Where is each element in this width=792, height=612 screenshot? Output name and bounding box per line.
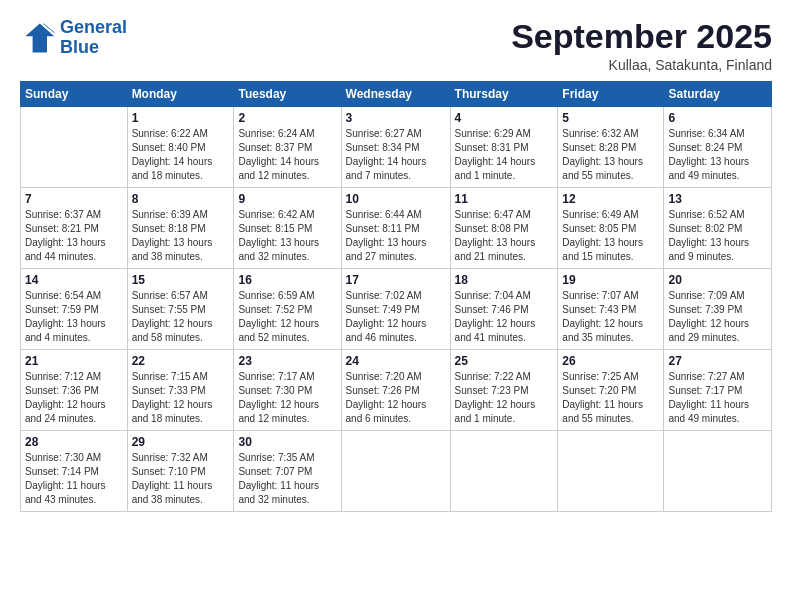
day-number: 19 bbox=[562, 273, 659, 287]
day-info: Sunrise: 6:52 AM Sunset: 8:02 PM Dayligh… bbox=[668, 208, 767, 264]
calendar-header-thursday: Thursday bbox=[450, 82, 558, 107]
calendar-cell: 30Sunrise: 7:35 AM Sunset: 7:07 PM Dayli… bbox=[234, 431, 341, 512]
calendar-cell: 2Sunrise: 6:24 AM Sunset: 8:37 PM Daylig… bbox=[234, 107, 341, 188]
header: General Blue September 2025 Kullaa, Sata… bbox=[20, 18, 772, 73]
calendar-cell: 13Sunrise: 6:52 AM Sunset: 8:02 PM Dayli… bbox=[664, 188, 772, 269]
calendar-cell bbox=[450, 431, 558, 512]
day-number: 23 bbox=[238, 354, 336, 368]
day-number: 2 bbox=[238, 111, 336, 125]
calendar-cell: 28Sunrise: 7:30 AM Sunset: 7:14 PM Dayli… bbox=[21, 431, 128, 512]
calendar-cell: 12Sunrise: 6:49 AM Sunset: 8:05 PM Dayli… bbox=[558, 188, 664, 269]
week-row-0: 1Sunrise: 6:22 AM Sunset: 8:40 PM Daylig… bbox=[21, 107, 772, 188]
day-number: 30 bbox=[238, 435, 336, 449]
day-number: 29 bbox=[132, 435, 230, 449]
day-info: Sunrise: 7:27 AM Sunset: 7:17 PM Dayligh… bbox=[668, 370, 767, 426]
calendar-cell: 8Sunrise: 6:39 AM Sunset: 8:18 PM Daylig… bbox=[127, 188, 234, 269]
day-number: 12 bbox=[562, 192, 659, 206]
day-info: Sunrise: 7:15 AM Sunset: 7:33 PM Dayligh… bbox=[132, 370, 230, 426]
calendar-cell bbox=[341, 431, 450, 512]
week-row-2: 14Sunrise: 6:54 AM Sunset: 7:59 PM Dayli… bbox=[21, 269, 772, 350]
calendar-header-friday: Friday bbox=[558, 82, 664, 107]
day-number: 13 bbox=[668, 192, 767, 206]
week-row-3: 21Sunrise: 7:12 AM Sunset: 7:36 PM Dayli… bbox=[21, 350, 772, 431]
calendar-cell bbox=[664, 431, 772, 512]
day-number: 26 bbox=[562, 354, 659, 368]
day-info: Sunrise: 7:32 AM Sunset: 7:10 PM Dayligh… bbox=[132, 451, 230, 507]
day-info: Sunrise: 6:47 AM Sunset: 8:08 PM Dayligh… bbox=[455, 208, 554, 264]
day-number: 20 bbox=[668, 273, 767, 287]
calendar: SundayMondayTuesdayWednesdayThursdayFrid… bbox=[20, 81, 772, 512]
calendar-header-sunday: Sunday bbox=[21, 82, 128, 107]
calendar-cell: 26Sunrise: 7:25 AM Sunset: 7:20 PM Dayli… bbox=[558, 350, 664, 431]
day-number: 28 bbox=[25, 435, 123, 449]
calendar-cell: 6Sunrise: 6:34 AM Sunset: 8:24 PM Daylig… bbox=[664, 107, 772, 188]
logo-line1: General bbox=[60, 17, 127, 37]
day-number: 27 bbox=[668, 354, 767, 368]
day-info: Sunrise: 7:04 AM Sunset: 7:46 PM Dayligh… bbox=[455, 289, 554, 345]
day-info: Sunrise: 7:30 AM Sunset: 7:14 PM Dayligh… bbox=[25, 451, 123, 507]
logo-line2: Blue bbox=[60, 37, 99, 57]
calendar-cell: 11Sunrise: 6:47 AM Sunset: 8:08 PM Dayli… bbox=[450, 188, 558, 269]
calendar-header-monday: Monday bbox=[127, 82, 234, 107]
calendar-cell: 25Sunrise: 7:22 AM Sunset: 7:23 PM Dayli… bbox=[450, 350, 558, 431]
day-info: Sunrise: 7:12 AM Sunset: 7:36 PM Dayligh… bbox=[25, 370, 123, 426]
calendar-cell: 29Sunrise: 7:32 AM Sunset: 7:10 PM Dayli… bbox=[127, 431, 234, 512]
location: Kullaa, Satakunta, Finland bbox=[511, 57, 772, 73]
day-number: 15 bbox=[132, 273, 230, 287]
calendar-cell: 7Sunrise: 6:37 AM Sunset: 8:21 PM Daylig… bbox=[21, 188, 128, 269]
calendar-cell: 22Sunrise: 7:15 AM Sunset: 7:33 PM Dayli… bbox=[127, 350, 234, 431]
calendar-cell: 10Sunrise: 6:44 AM Sunset: 8:11 PM Dayli… bbox=[341, 188, 450, 269]
day-info: Sunrise: 6:39 AM Sunset: 8:18 PM Dayligh… bbox=[132, 208, 230, 264]
logo-icon bbox=[20, 20, 56, 56]
day-number: 22 bbox=[132, 354, 230, 368]
day-info: Sunrise: 7:07 AM Sunset: 7:43 PM Dayligh… bbox=[562, 289, 659, 345]
day-info: Sunrise: 7:17 AM Sunset: 7:30 PM Dayligh… bbox=[238, 370, 336, 426]
calendar-cell: 23Sunrise: 7:17 AM Sunset: 7:30 PM Dayli… bbox=[234, 350, 341, 431]
day-info: Sunrise: 6:37 AM Sunset: 8:21 PM Dayligh… bbox=[25, 208, 123, 264]
day-number: 16 bbox=[238, 273, 336, 287]
day-info: Sunrise: 7:25 AM Sunset: 7:20 PM Dayligh… bbox=[562, 370, 659, 426]
day-info: Sunrise: 6:49 AM Sunset: 8:05 PM Dayligh… bbox=[562, 208, 659, 264]
calendar-cell: 1Sunrise: 6:22 AM Sunset: 8:40 PM Daylig… bbox=[127, 107, 234, 188]
day-info: Sunrise: 6:42 AM Sunset: 8:15 PM Dayligh… bbox=[238, 208, 336, 264]
day-number: 7 bbox=[25, 192, 123, 206]
calendar-cell: 27Sunrise: 7:27 AM Sunset: 7:17 PM Dayli… bbox=[664, 350, 772, 431]
calendar-cell: 24Sunrise: 7:20 AM Sunset: 7:26 PM Dayli… bbox=[341, 350, 450, 431]
title-block: September 2025 Kullaa, Satakunta, Finlan… bbox=[511, 18, 772, 73]
day-info: Sunrise: 7:02 AM Sunset: 7:49 PM Dayligh… bbox=[346, 289, 446, 345]
calendar-cell: 18Sunrise: 7:04 AM Sunset: 7:46 PM Dayli… bbox=[450, 269, 558, 350]
day-info: Sunrise: 6:57 AM Sunset: 7:55 PM Dayligh… bbox=[132, 289, 230, 345]
month-title: September 2025 bbox=[511, 18, 772, 55]
calendar-cell: 15Sunrise: 6:57 AM Sunset: 7:55 PM Dayli… bbox=[127, 269, 234, 350]
day-info: Sunrise: 6:54 AM Sunset: 7:59 PM Dayligh… bbox=[25, 289, 123, 345]
calendar-header-saturday: Saturday bbox=[664, 82, 772, 107]
calendar-cell: 14Sunrise: 6:54 AM Sunset: 7:59 PM Dayli… bbox=[21, 269, 128, 350]
day-number: 11 bbox=[455, 192, 554, 206]
calendar-header-tuesday: Tuesday bbox=[234, 82, 341, 107]
day-number: 24 bbox=[346, 354, 446, 368]
day-info: Sunrise: 7:35 AM Sunset: 7:07 PM Dayligh… bbox=[238, 451, 336, 507]
day-number: 10 bbox=[346, 192, 446, 206]
day-number: 18 bbox=[455, 273, 554, 287]
calendar-cell: 5Sunrise: 6:32 AM Sunset: 8:28 PM Daylig… bbox=[558, 107, 664, 188]
day-info: Sunrise: 6:32 AM Sunset: 8:28 PM Dayligh… bbox=[562, 127, 659, 183]
calendar-cell: 21Sunrise: 7:12 AM Sunset: 7:36 PM Dayli… bbox=[21, 350, 128, 431]
day-number: 9 bbox=[238, 192, 336, 206]
calendar-cell bbox=[21, 107, 128, 188]
day-number: 3 bbox=[346, 111, 446, 125]
calendar-cell: 17Sunrise: 7:02 AM Sunset: 7:49 PM Dayli… bbox=[341, 269, 450, 350]
calendar-header-wednesday: Wednesday bbox=[341, 82, 450, 107]
day-info: Sunrise: 6:59 AM Sunset: 7:52 PM Dayligh… bbox=[238, 289, 336, 345]
calendar-cell: 9Sunrise: 6:42 AM Sunset: 8:15 PM Daylig… bbox=[234, 188, 341, 269]
calendar-header-row: SundayMondayTuesdayWednesdayThursdayFrid… bbox=[21, 82, 772, 107]
calendar-cell: 3Sunrise: 6:27 AM Sunset: 8:34 PM Daylig… bbox=[341, 107, 450, 188]
logo: General Blue bbox=[20, 18, 127, 58]
day-info: Sunrise: 6:44 AM Sunset: 8:11 PM Dayligh… bbox=[346, 208, 446, 264]
calendar-cell: 20Sunrise: 7:09 AM Sunset: 7:39 PM Dayli… bbox=[664, 269, 772, 350]
day-info: Sunrise: 6:34 AM Sunset: 8:24 PM Dayligh… bbox=[668, 127, 767, 183]
calendar-cell: 19Sunrise: 7:07 AM Sunset: 7:43 PM Dayli… bbox=[558, 269, 664, 350]
week-row-4: 28Sunrise: 7:30 AM Sunset: 7:14 PM Dayli… bbox=[21, 431, 772, 512]
day-number: 14 bbox=[25, 273, 123, 287]
calendar-cell: 16Sunrise: 6:59 AM Sunset: 7:52 PM Dayli… bbox=[234, 269, 341, 350]
day-number: 4 bbox=[455, 111, 554, 125]
